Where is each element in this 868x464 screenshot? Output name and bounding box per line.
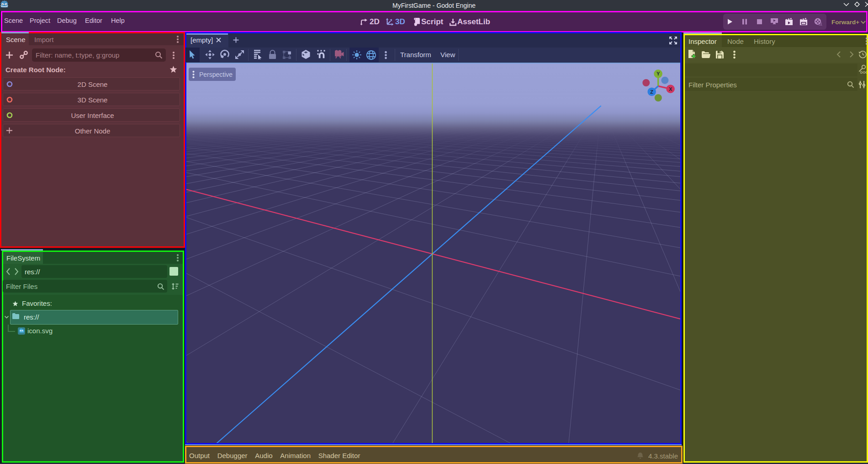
svg-text:Y: Y (656, 71, 660, 76)
svg-text:Z: Z (650, 89, 653, 95)
svg-text:DOC: DOC (860, 70, 867, 75)
svg-text:X: X (669, 86, 672, 92)
